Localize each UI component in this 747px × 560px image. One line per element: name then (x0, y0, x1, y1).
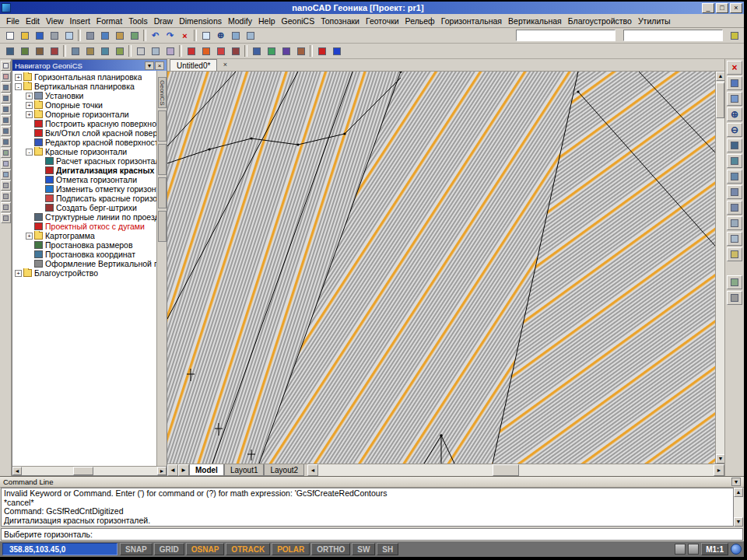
cut-button[interactable] (82, 29, 97, 42)
delete-button[interactable]: × (177, 29, 192, 42)
tree-item[interactable]: -Красные горизонтали (12, 147, 156, 156)
scroll-left-icon[interactable]: ◄ (12, 467, 22, 475)
minimize-button[interactable]: _ (702, 3, 714, 13)
tree-item[interactable]: Изменить отметку горизонтал (12, 184, 156, 194)
close-drawing-button[interactable]: × (727, 61, 742, 75)
format-button[interactable] (293, 44, 308, 58)
toggle-sh[interactable]: SH (377, 543, 398, 555)
drawing-canvas[interactable]: ▲ ▼ (167, 72, 724, 464)
document-tab[interactable]: Untitled0* (170, 59, 217, 71)
scroll-track[interactable] (716, 81, 724, 454)
tree-item[interactable]: +Картограмма (12, 231, 156, 240)
menu-item-format[interactable]: Format (93, 16, 125, 26)
orbit-button[interactable] (727, 170, 742, 184)
scroll-track[interactable] (318, 464, 714, 476)
command-vscrollbar[interactable]: ▲ ▼ (734, 488, 743, 527)
tree-item[interactable]: Создать берг-штрихи (12, 203, 156, 212)
layout-tab-model[interactable]: Model (189, 464, 224, 476)
open-button[interactable] (17, 29, 32, 42)
toggle-otrack[interactable]: OTRACK (226, 543, 270, 555)
scroll-down-icon[interactable]: ▼ (734, 517, 743, 527)
match-props-button[interactable] (127, 29, 142, 42)
surface-tool-button[interactable] (32, 44, 47, 58)
tree-item[interactable]: Подписать красные горизонта (12, 194, 156, 203)
zoom-in-button[interactable]: ⊕ (727, 107, 742, 121)
navigator-pin-button[interactable]: ▾ (145, 61, 154, 70)
menu-item-tools[interactable]: Tools (125, 16, 151, 26)
red-surface-button[interactable] (184, 44, 198, 58)
navigator-close-button[interactable]: × (155, 61, 164, 70)
toolbar-combo-1[interactable] (516, 30, 615, 41)
navigator-side-tab-1[interactable]: GeoniCS (158, 77, 167, 108)
layout-tab-layout2[interactable]: Layout2 (264, 464, 304, 476)
notification-icon[interactable] (731, 544, 742, 555)
zoom-extents-button[interactable] (727, 154, 742, 168)
toggle-snap[interactable]: SNAP (120, 543, 153, 555)
tree-item[interactable]: +Установки (12, 91, 156, 100)
rectangle-button[interactable] (1, 126, 11, 136)
menu-item-insert[interactable]: Insert (67, 16, 93, 26)
toggle-osnap[interactable]: OSNAP (186, 543, 225, 555)
next-view-button[interactable] (727, 201, 742, 215)
tree-item[interactable]: +Благоустройство (12, 268, 156, 278)
preview-button[interactable] (61, 29, 76, 42)
menu-item-благоустройство[interactable]: Благоустройство (565, 16, 635, 26)
tree-expander-icon[interactable]: - (26, 149, 33, 156)
line-button[interactable] (1, 82, 11, 93)
redraw-button[interactable] (727, 76, 742, 90)
menu-item-geonics[interactable]: GeoniCS (279, 16, 318, 26)
digitize-button[interactable] (213, 44, 228, 58)
erase-button[interactable] (1, 72, 11, 82)
text-button[interactable] (1, 159, 11, 169)
canvas-hscrollbar[interactable]: ◄ ► (307, 464, 724, 476)
menu-item-вертикальная[interactable]: Вертикальная (505, 16, 565, 26)
annotate-button[interactable] (249, 44, 264, 58)
mirror-button[interactable] (1, 202, 11, 212)
tree-expander-icon[interactable]: + (15, 74, 22, 81)
rotate-button[interactable] (1, 191, 11, 201)
tree-expander-icon[interactable]: + (26, 102, 33, 109)
tree-item[interactable]: Расчет красных горизонталей (12, 156, 156, 166)
maximize-button[interactable]: □ (716, 3, 728, 13)
navigator-side-tab-4[interactable] (158, 177, 167, 208)
scroll-left-icon[interactable]: ◄ (307, 464, 318, 476)
scroll-track[interactable] (22, 467, 157, 475)
scroll-up-icon[interactable]: ▲ (734, 488, 743, 497)
scroll-track[interactable] (734, 497, 743, 517)
lock-icon[interactable] (675, 544, 686, 555)
scroll-right-icon[interactable]: ► (157, 467, 167, 475)
save-button[interactable] (32, 29, 47, 42)
scroll-right-icon[interactable]: ► (714, 464, 724, 476)
menu-item-draw[interactable]: Draw (151, 16, 177, 26)
layers-button[interactable] (727, 216, 742, 230)
redo-button[interactable]: ↷ (163, 29, 177, 42)
plot-button[interactable] (47, 29, 61, 42)
tree-item[interactable]: Построить красную поверхность (12, 119, 156, 128)
navigator-side-tab-3[interactable] (158, 144, 167, 175)
pan-button[interactable] (198, 29, 213, 42)
tree-item[interactable]: Дигитализация красных го (12, 166, 156, 175)
tree-item[interactable]: +Горизонтальная планировка (12, 72, 156, 82)
dimension-button[interactable] (264, 44, 279, 58)
menu-item-view[interactable]: View (43, 16, 67, 26)
layer-states-button[interactable] (148, 44, 163, 58)
tree-expander-icon[interactable]: + (26, 233, 33, 240)
scroll-down-icon[interactable]: ▼ (716, 454, 724, 464)
previous-view-button[interactable] (727, 185, 742, 199)
zoom-window-button[interactable] (727, 138, 742, 152)
contour-tool-button[interactable] (47, 44, 61, 58)
tree-item[interactable]: +Опорные точки (12, 100, 156, 110)
new-button[interactable] (2, 29, 17, 42)
spline-button[interactable] (1, 137, 11, 147)
survey-tool-button[interactable] (17, 44, 32, 58)
command-line-header[interactable]: Command Line ▾ (0, 477, 744, 488)
tree-item[interactable]: Отметка горизонтали (12, 175, 156, 184)
tree-item[interactable]: Простановка размеров (12, 240, 156, 250)
scroll-thumb[interactable] (73, 467, 93, 475)
arc-button[interactable] (1, 115, 11, 125)
regen-button[interactable] (243, 29, 258, 42)
layout-tab-layout1[interactable]: Layout1 (224, 464, 265, 476)
scroll-thumb[interactable] (716, 82, 724, 118)
tree-item[interactable]: Проектный откос с дугами (12, 222, 156, 231)
command-prompt[interactable]: Выберите горизонталь: (1, 528, 743, 541)
